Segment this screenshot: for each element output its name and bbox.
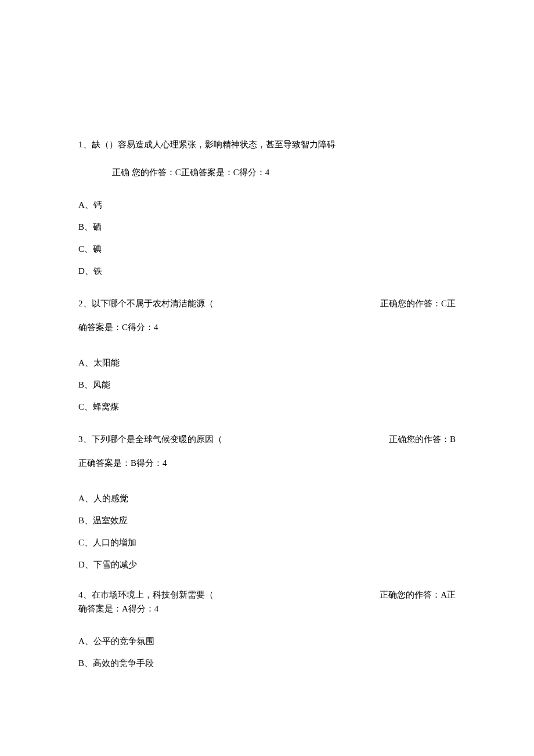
q2-feedback-1: 正确您的作答：C正: [380, 294, 456, 313]
q4-text: 4、在市场环境上，科技创新需要（: [78, 588, 214, 602]
q1-option-c: C、碘: [78, 242, 456, 256]
q3-feedback-1: 正确您的作答：B: [389, 430, 456, 449]
q4-options: A、公平的竞争氛围 B、高效的竞争手段: [78, 634, 456, 670]
q2-options: A、太阳能 B、风能 C、蜂窝煤: [78, 356, 456, 414]
q1-options: A、钙 B、硒 C、碘 D、铁: [78, 198, 456, 278]
q2-feedback-2: 确答案是：C得分：4: [78, 318, 456, 337]
question-1: 1、缺（）容易造成人心理紧张，影响精神状态，甚至导致智力障碍 正确 您的作答：C…: [78, 138, 456, 278]
q1-text: 1、缺（）容易造成人心理紧张，影响精神状态，甚至导致智力障碍: [78, 138, 456, 151]
q2-option-c: C、蜂窝煤: [78, 400, 456, 414]
q3-option-b: B、温室效应: [78, 513, 456, 527]
q1-option-b: B、硒: [78, 220, 456, 234]
q3-options: A、人的感觉 B、温室效应 C、人口的增加 D、下雪的减少: [78, 491, 456, 571]
q2-text: 2、以下哪个不属于农村清洁能源（: [78, 294, 214, 313]
q4-feedback-2: 确答案是：A得分：4: [78, 602, 456, 616]
q3-option-c: C、人口的增加: [78, 536, 456, 549]
question-3: 3、下列哪个是全球气候变暖的原因（ 正确您的作答：B 正确答案是：B得分：4 A…: [78, 430, 456, 571]
q2-option-a: A、太阳能: [78, 356, 456, 370]
q4-option-a: A、公平的竞争氛围: [78, 634, 456, 648]
q1-option-a: A、钙: [78, 198, 456, 212]
question-2: 2、以下哪个不属于农村清洁能源（ 正确您的作答：C正 确答案是：C得分：4 A、…: [78, 294, 456, 414]
q3-option-d: D、下雪的减少: [78, 558, 456, 571]
q1-option-d: D、铁: [78, 264, 456, 278]
q3-feedback-2: 正确答案是：B得分：4: [78, 454, 456, 473]
q4-feedback-1: 正确您的作答：A正: [380, 588, 456, 602]
question-4: 4、在市场环境上，科技创新需要（ 正确您的作答：A正 确答案是：A得分：4 A、…: [78, 588, 456, 670]
q2-option-b: B、风能: [78, 378, 456, 392]
q3-option-a: A、人的感觉: [78, 491, 456, 505]
q4-option-b: B、高效的竞争手段: [78, 656, 456, 670]
q1-feedback: 正确 您的作答：C正确答案是：C得分：4: [78, 165, 456, 179]
q3-text: 3、下列哪个是全球气候变暖的原因（: [78, 430, 222, 449]
